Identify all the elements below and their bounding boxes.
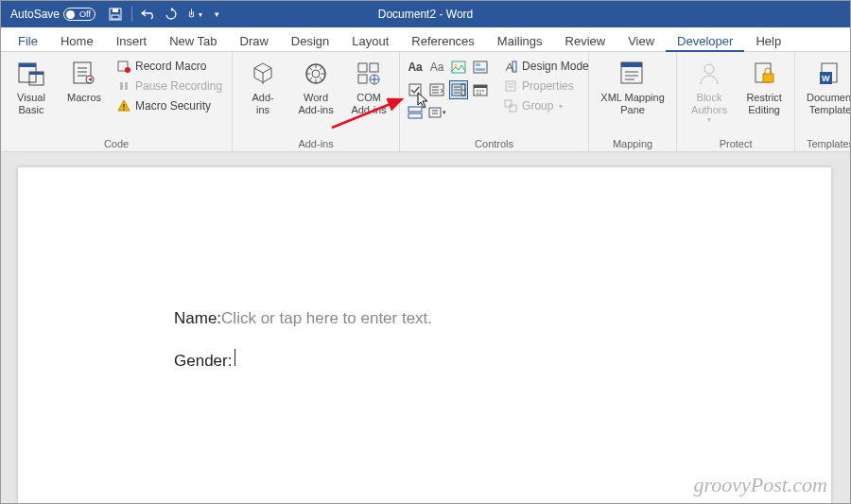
svg-rect-40 <box>621 62 642 67</box>
warning-icon <box>116 98 131 113</box>
tab-layout[interactable]: Layout <box>340 30 400 51</box>
picture-control-icon[interactable] <box>449 58 468 77</box>
svg-rect-23 <box>474 61 487 73</box>
tab-review[interactable]: Review <box>554 30 617 51</box>
document-template-button[interactable]: WDocument Template <box>801 56 851 118</box>
svg-rect-14 <box>123 109 124 110</box>
visual-basic-button[interactable]: Visual Basic <box>7 56 56 118</box>
record-macro-button[interactable]: Record Macro <box>113 58 226 75</box>
svg-rect-18 <box>370 63 378 72</box>
xml-mapping-button[interactable]: XML Mapping Pane <box>595 56 670 118</box>
group-mapping-label: Mapping <box>595 136 670 149</box>
group-templates-label: Templates <box>801 136 851 149</box>
tab-insert[interactable]: Insert <box>105 30 159 51</box>
group-addins-label: Add-ins <box>238 136 393 149</box>
date-picker-control-icon[interactable] <box>471 80 490 99</box>
svg-rect-4 <box>19 63 36 67</box>
save-icon[interactable] <box>107 6 124 23</box>
legacy-tools-icon[interactable]: ▾ <box>427 103 446 122</box>
combobox-control-icon[interactable] <box>427 80 446 99</box>
svg-rect-13 <box>123 104 124 108</box>
addins-button[interactable]: Add- ins <box>238 56 287 118</box>
building-block-control-icon[interactable] <box>471 58 490 77</box>
dropdown-list-control-icon[interactable] <box>449 80 468 99</box>
watermark: groovyPost.com <box>693 473 827 497</box>
macros-icon <box>69 59 99 89</box>
svg-rect-43 <box>763 74 773 82</box>
tab-draw[interactable]: Draw <box>229 30 280 51</box>
autosave-switch-icon: Off <box>63 8 96 21</box>
svg-rect-2 <box>112 15 119 19</box>
tab-mailings[interactable]: Mailings <box>486 30 554 51</box>
svg-rect-34 <box>429 108 441 117</box>
customize-qat-icon[interactable]: ▾ <box>208 6 225 23</box>
word-addins-button[interactable]: Word Add-ins <box>291 56 340 118</box>
tab-view[interactable]: View <box>617 30 666 51</box>
group-code-label: Code <box>7 136 226 149</box>
group-protect-label: Protect <box>683 136 789 149</box>
tab-home[interactable]: Home <box>49 30 105 51</box>
word-addins-icon <box>301 59 331 89</box>
name-content-control[interactable]: Click or tap here to enter text. <box>221 309 432 328</box>
pause-recording-button: Pause Recording <box>113 78 226 95</box>
group-controls-label: Controls <box>406 136 582 149</box>
touch-mode-icon[interactable]: ▾ <box>185 6 202 23</box>
checkbox-control-icon[interactable] <box>406 80 425 99</box>
svg-rect-17 <box>358 63 367 72</box>
svg-rect-31 <box>474 85 487 88</box>
svg-rect-1 <box>113 9 118 12</box>
tab-references[interactable]: References <box>400 30 485 51</box>
svg-rect-32 <box>408 107 422 112</box>
svg-rect-25 <box>476 68 485 71</box>
svg-rect-12 <box>125 82 128 90</box>
com-addins-icon <box>354 59 384 89</box>
svg-rect-19 <box>358 75 367 83</box>
svg-rect-33 <box>408 113 422 118</box>
ribbon-tabs: File Home Insert New Tab Draw Design Lay… <box>1 27 850 52</box>
tab-design[interactable]: Design <box>280 30 340 51</box>
autosave-label: AutoSave <box>10 8 60 21</box>
tab-newtab[interactable]: New Tab <box>158 30 228 51</box>
design-mode-button[interactable]: Design Mode <box>499 58 593 75</box>
svg-rect-26 <box>409 84 421 96</box>
svg-rect-36 <box>506 81 515 91</box>
window-title: Document2 - Word <box>378 8 473 21</box>
group-code: Visual Basic Macros Record Macro Pause R… <box>1 52 233 151</box>
group-control-button: Group▾ <box>499 97 593 114</box>
ribbon: Visual Basic Macros Record Macro Pause R… <box>1 52 850 152</box>
document-area: Name: Click or tap here to enter text. G… <box>1 152 850 503</box>
name-label: Name: <box>174 309 221 328</box>
xml-mapping-icon <box>617 59 648 89</box>
svg-point-10 <box>125 67 130 73</box>
controls-gallery: Aa Aa ▾ <box>406 56 490 122</box>
pause-icon <box>116 78 131 94</box>
record-icon <box>116 59 131 74</box>
tab-help[interactable]: Help <box>744 30 792 51</box>
name-field-row: Name: Click or tap here to enter text. <box>174 309 831 328</box>
svg-text:W: W <box>822 74 830 83</box>
addins-icon <box>248 59 278 89</box>
plain-text-control-icon[interactable]: Aa <box>427 58 446 77</box>
svg-point-16 <box>312 70 320 78</box>
svg-rect-11 <box>120 82 123 90</box>
block-authors-icon <box>694 59 724 89</box>
redo-icon[interactable] <box>163 6 180 23</box>
svg-rect-6 <box>29 72 43 75</box>
group-templates: WDocument Template Templates <box>795 52 851 151</box>
macro-security-button[interactable]: Macro Security <box>113 97 226 114</box>
autosave-toggle[interactable]: AutoSave Off <box>5 8 101 21</box>
quick-access-toolbar: AutoSave Off ▾ ▾ <box>5 6 225 23</box>
com-addins-button[interactable]: COM Add-ins <box>344 56 393 118</box>
tab-developer[interactable]: Developer <box>666 30 744 52</box>
group-protect: Block Authors▾ Restrict Editing Protect <box>677 52 795 151</box>
group-addins: Add- ins Word Add-ins COM Add-ins Add-in… <box>233 52 400 151</box>
restrict-editing-button[interactable]: Restrict Editing <box>739 56 789 118</box>
undo-icon[interactable] <box>140 6 157 23</box>
svg-point-22 <box>455 64 458 67</box>
page[interactable]: Name: Click or tap here to enter text. G… <box>18 167 831 503</box>
gender-field-row: Gender: <box>174 349 831 371</box>
macros-button[interactable]: Macros <box>60 56 109 107</box>
tab-file[interactable]: File <box>7 30 49 51</box>
rich-text-control-icon[interactable]: Aa <box>406 58 425 77</box>
repeating-section-control-icon[interactable] <box>406 103 425 122</box>
